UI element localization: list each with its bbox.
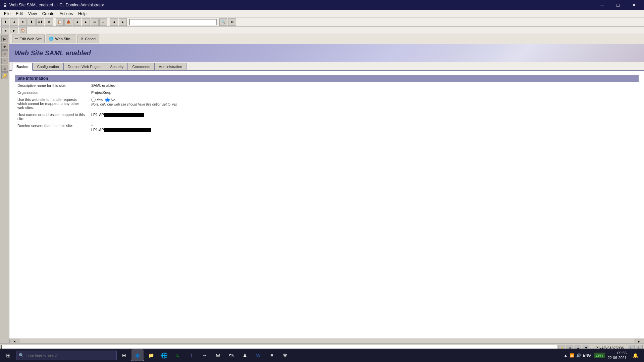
toolbar-btn-4[interactable]: ⬇ — [28, 18, 36, 26]
sidebar: ▶ ◆ ⊞ ≡ ⊙ 🔑 — [0, 34, 9, 352]
taskbar: ⊞ 🔍 ⊞ ◉ 📁 🌐 L T → ✉ 🛍 ♟ W ≡ ✾ ▲ 📶 🔊 ENG … — [0, 349, 644, 362]
web-site-button[interactable]: 🌐 Web Site... — [46, 35, 76, 43]
menu-view[interactable]: View — [25, 10, 40, 17]
libre-btn[interactable]: L — [172, 349, 184, 361]
start-button[interactable]: ⊞ — [1, 349, 15, 361]
title-bar-controls: ─ □ ✕ — [595, 0, 641, 10]
field-value-handle: Yes No Note: only one web site should ha… — [89, 96, 639, 111]
menu-edit[interactable]: Edit — [13, 10, 25, 17]
sidebar-icon-6[interactable]: 🔑 — [1, 72, 8, 79]
window-title: Web Site SAML enabled - HCL Domino Admin… — [9, 3, 104, 7]
toolbar-btn-6[interactable]: ✕ — [45, 18, 53, 26]
app10-button[interactable]: ♟ — [239, 349, 251, 361]
teams-button[interactable]: T — [185, 349, 197, 361]
tray-sound: 🔊 — [576, 353, 581, 358]
doc-tab-security[interactable]: Security — [106, 63, 128, 70]
document-title: Web Site SAML enabled — [15, 49, 91, 57]
doc-tab-administration[interactable]: Administration — [155, 63, 187, 70]
doc-tab-domino-web-engine[interactable]: Domino Web Engine — [63, 63, 106, 70]
sidebar-icon-4[interactable]: ≡ — [1, 58, 8, 64]
field-value-org: ProjectKeep — [89, 89, 639, 96]
system-clock[interactable]: 09:55 22-06-2021 — [608, 351, 627, 360]
sidebar-icon-3[interactable]: ⊞ — [1, 50, 8, 57]
toolbar-btn-extra[interactable]: ⚙ — [228, 18, 236, 26]
explorer-button[interactable]: 📁 — [145, 349, 157, 361]
radio-no-label: No — [111, 98, 115, 102]
doc-content: Site Information Descriptive name for th… — [9, 71, 644, 137]
field-label-desc: Descriptive name for this site: — [15, 82, 89, 89]
radio-no: No — [105, 98, 115, 102]
menu-bar: File Edit View Create Actions Help — [0, 10, 644, 17]
doc-tab-comments[interactable]: Comments — [128, 63, 154, 70]
app13-button[interactable]: ✾ — [279, 349, 291, 361]
close-button[interactable]: ✕ — [626, 0, 641, 10]
toolbar-btn-12[interactable]: – — [99, 18, 107, 26]
sidebar-icon-2[interactable]: ◆ — [1, 43, 8, 50]
minimize-button[interactable]: ─ — [595, 0, 610, 10]
chrome-button[interactable]: 🌐 — [158, 349, 170, 361]
maximize-button[interactable]: □ — [610, 0, 626, 10]
action-bar: ✏ Edit Web Site 🌐 Web Site... ✕ Cancel — [9, 34, 644, 44]
taskbar-right: ▲ 📶 🔊 ENG 29% 09:55 22-06-2021 🔔 — [564, 349, 643, 361]
toolbar-btn-11[interactable]: ⬅ — [91, 18, 99, 26]
toolbar-btn-10[interactable]: ► — [82, 18, 90, 26]
horizontal-scrollbar[interactable]: ◄ ► — [9, 339, 644, 343]
app12-button[interactable]: ≡ — [266, 349, 278, 361]
menu-actions[interactable]: Actions — [57, 10, 75, 17]
toolbar-btn-2[interactable]: ⬇ — [10, 18, 18, 26]
toolbar-search-field[interactable] — [129, 19, 217, 25]
doc-tab-basics[interactable]: Basics — [12, 63, 33, 71]
toolbar-btn-1[interactable]: ⬆ — [1, 18, 9, 26]
toolbar-btn-9[interactable]: ◄ — [73, 18, 81, 26]
cancel-button[interactable]: ✕ Cancel — [77, 35, 99, 43]
toolbar-btn-3[interactable]: ⬆ — [19, 18, 27, 26]
table-row: Use this web site to handle requests whi… — [15, 96, 639, 111]
toolbar-btn-14[interactable]: ► — [119, 18, 127, 26]
toolbar-btn-13[interactable]: ◄ — [110, 18, 118, 26]
taskbar-search-input[interactable] — [16, 351, 117, 360]
doc-tab-configuration[interactable]: Configuration — [33, 63, 63, 70]
word-button[interactable]: W — [252, 349, 264, 361]
menu-file[interactable]: File — [1, 10, 13, 17]
field-value-host: LP1-AP — [89, 111, 639, 122]
battery-indicator: 29% — [594, 353, 605, 358]
menu-help[interactable]: Help — [75, 10, 89, 17]
radio-no-input[interactable] — [105, 98, 110, 102]
servers-lp1-prefix: LP1-AP — [91, 128, 104, 132]
host-value-prefix: LP1-AP — [91, 113, 104, 117]
sidebar-icon-1[interactable]: ▶ — [1, 36, 8, 42]
sidebar-icon-5[interactable]: ⊙ — [1, 65, 8, 72]
menu-create[interactable]: Create — [40, 10, 57, 17]
search-container: 🔍 — [16, 351, 117, 360]
field-value-servers: * LP1-AP — [89, 122, 639, 134]
arrow-button[interactable]: → — [199, 349, 211, 361]
notification-button[interactable]: 🔔 — [629, 349, 641, 361]
section-header: Site Information — [15, 75, 639, 82]
handle-note: Note: only one web site should have this… — [91, 103, 636, 106]
tray-network: 📶 — [570, 353, 574, 358]
servers-value-lp1: LP1-AP — [91, 128, 636, 132]
clock-date: 22-06-2021 — [608, 355, 627, 360]
toolbar-btn-8[interactable]: 📥 — [64, 18, 72, 26]
tray-arrow[interactable]: ▲ — [564, 353, 568, 357]
start-icon: ⊞ — [6, 352, 10, 359]
mail-button[interactable]: ✉ — [212, 349, 224, 361]
edit-web-site-button[interactable]: ✏ Edit Web Site — [12, 35, 45, 43]
servers-value-star: * — [91, 124, 636, 128]
field-label-handle: Use this web site to handle requests whi… — [15, 96, 89, 111]
form-table: Descriptive name for this site: SAML ena… — [15, 82, 639, 133]
radio-yes-input[interactable] — [91, 98, 96, 102]
radio-yes: Yes — [91, 98, 103, 102]
toolbar-btn-5[interactable]: ⬇⬇ — [36, 18, 44, 26]
toolbar-search-btn[interactable]: 🔍 — [219, 18, 227, 26]
sidebar-group: ▶ ◆ ⊞ ≡ ⊙ 🔑 — [1, 34, 8, 80]
doc-header: Web Site SAML enabled — [9, 44, 644, 62]
servers-lp1-redacted — [104, 128, 151, 132]
store-button[interactable]: 🛍 — [225, 349, 237, 361]
task-view-button[interactable]: ⊞ — [118, 349, 130, 361]
title-bar-left: 🖥 Web Site SAML enabled - HCL Domino Adm… — [3, 2, 104, 8]
toolbar-btn-7[interactable]: 📋 — [56, 18, 64, 26]
edit-icon: ✏ — [15, 37, 18, 41]
edge-button[interactable]: ◉ — [131, 349, 144, 361]
tray-lang: ENG — [583, 353, 591, 357]
